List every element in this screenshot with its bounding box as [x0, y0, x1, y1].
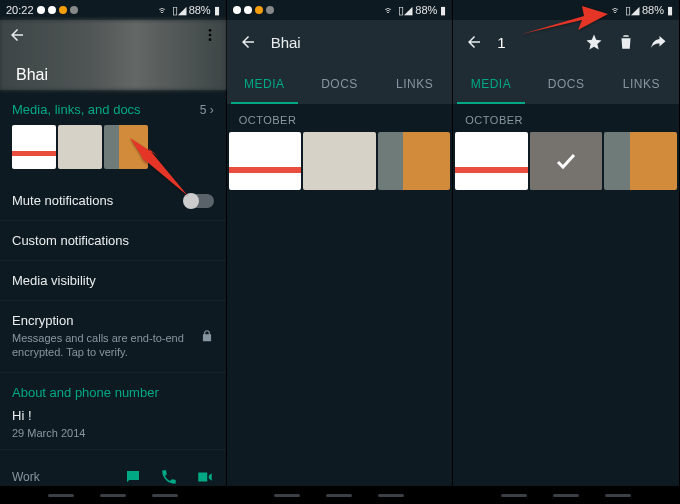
about-text: Hi !: [12, 408, 214, 423]
media-count: 5 ›: [200, 103, 214, 117]
encryption-label: Encryption: [12, 313, 192, 328]
status-icon: [48, 6, 56, 14]
gallery-tabs: MEDIA DOCS LINKS: [453, 64, 679, 104]
status-icon: [244, 6, 252, 14]
battery-percent: 88%: [642, 4, 664, 16]
media-selection-screen: ᯤ ▯◢ 88% ▮ 1 MEDIA DOCS LINKS OCTOBER: [453, 0, 680, 504]
media-thumb[interactable]: [378, 132, 451, 190]
status-icon: [37, 6, 45, 14]
status-icon: [70, 6, 78, 14]
encryption-row[interactable]: Encryption Messages and calls are end-to…: [0, 301, 226, 373]
svg-point-1: [208, 34, 211, 37]
media-thumb[interactable]: [604, 132, 677, 190]
status-time: 20:22: [6, 4, 34, 16]
battery-percent: 88%: [189, 4, 211, 16]
tab-media[interactable]: MEDIA: [453, 64, 528, 104]
encryption-sub: Messages and calls are end-to-end encryp…: [12, 331, 192, 360]
wifi-icon: ᯤ: [611, 4, 622, 16]
contact-info-screen: 20:22 ᯤ ▯◢ 88% ▮ Bhai Media, links, and …: [0, 0, 227, 504]
mute-toggle[interactable]: [184, 194, 214, 208]
custom-notifications-row[interactable]: Custom notifications: [0, 221, 226, 261]
nav-bar: [0, 486, 226, 504]
signal-icon: ▯◢: [398, 4, 412, 17]
back-icon[interactable]: [8, 26, 26, 44]
gallery-header: Bhai: [227, 20, 453, 64]
month-header: OCTOBER: [453, 104, 679, 132]
back-icon[interactable]: [239, 33, 257, 51]
media-grid: [453, 132, 679, 190]
media-thumb[interactable]: [455, 132, 528, 190]
media-thumb[interactable]: [104, 125, 148, 169]
message-icon[interactable]: [124, 468, 142, 486]
media-thumb-selected[interactable]: [530, 132, 603, 190]
contact-name: Bhai: [16, 66, 48, 84]
tab-docs[interactable]: DOCS: [529, 64, 604, 104]
selection-check-icon: [530, 132, 603, 190]
about-date: 29 March 2014: [12, 427, 214, 439]
tab-links[interactable]: LINKS: [604, 64, 679, 104]
nav-bar: [453, 486, 679, 504]
tab-media[interactable]: MEDIA: [227, 64, 302, 104]
battery-percent: 88%: [415, 4, 437, 16]
about-body: Hi ! 29 March 2014: [0, 404, 226, 449]
status-icon: [233, 6, 241, 14]
status-bar: ᯤ ▯◢ 88% ▮: [453, 0, 679, 20]
about-header: About and phone number: [0, 373, 226, 404]
gallery-tabs: MEDIA DOCS LINKS: [227, 64, 453, 104]
phone-type-label: Work: [12, 470, 40, 484]
media-grid: [227, 132, 453, 190]
visibility-label: Media visibility: [12, 273, 96, 288]
status-bar: ᯤ ▯◢ 88% ▮: [227, 0, 453, 20]
svg-point-2: [208, 38, 211, 41]
video-call-icon[interactable]: [196, 468, 214, 486]
wifi-icon: ᯤ: [158, 4, 169, 16]
signal-icon: ▯◢: [172, 4, 186, 17]
media-thumb[interactable]: [12, 125, 56, 169]
tab-links[interactable]: LINKS: [377, 64, 452, 104]
lock-icon: [200, 329, 214, 343]
battery-icon: ▮: [440, 4, 446, 17]
wifi-icon: ᯤ: [384, 4, 395, 16]
back-icon[interactable]: [465, 33, 483, 51]
tab-docs[interactable]: DOCS: [302, 64, 377, 104]
forward-icon[interactable]: [649, 33, 667, 51]
nav-bar: [227, 486, 453, 504]
mute-notifications-row[interactable]: Mute notifications: [0, 181, 226, 221]
gallery-title: Bhai: [271, 34, 441, 51]
battery-icon: ▮: [214, 4, 220, 17]
more-options-icon[interactable]: [202, 27, 218, 43]
delete-icon[interactable]: [617, 33, 635, 51]
selection-header: 1: [453, 20, 679, 64]
media-header-label: Media, links, and docs: [12, 102, 141, 117]
battery-icon: ▮: [667, 4, 673, 17]
signal-icon: ▯◢: [625, 4, 639, 17]
selection-count: 1: [497, 34, 505, 51]
custom-label: Custom notifications: [12, 233, 129, 248]
media-thumb[interactable]: [58, 125, 102, 169]
media-thumb[interactable]: [229, 132, 302, 190]
month-header: OCTOBER: [227, 104, 453, 132]
status-icon: [266, 6, 274, 14]
status-icon: [255, 6, 263, 14]
call-icon[interactable]: [160, 468, 178, 486]
media-visibility-row[interactable]: Media visibility: [0, 261, 226, 301]
media-thumbnails[interactable]: [0, 125, 226, 181]
media-gallery-screen: ᯤ ▯◢ 88% ▮ Bhai MEDIA DOCS LINKS OCTOBER: [227, 0, 454, 504]
status-bar: 20:22 ᯤ ▯◢ 88% ▮: [0, 0, 226, 20]
star-icon[interactable]: [585, 33, 603, 51]
media-links-docs-header[interactable]: Media, links, and docs 5 ›: [0, 90, 226, 125]
mute-label: Mute notifications: [12, 193, 113, 208]
media-thumb[interactable]: [303, 132, 376, 190]
contact-header: Bhai: [0, 20, 226, 90]
status-icon: [59, 6, 67, 14]
svg-point-0: [208, 29, 211, 32]
